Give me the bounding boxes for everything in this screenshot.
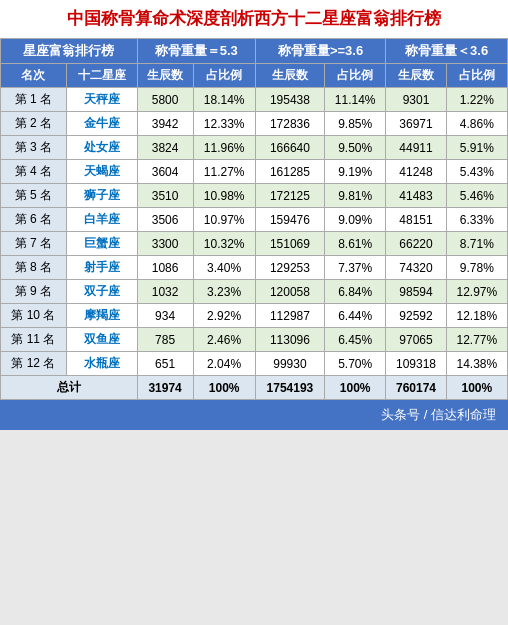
subheader-pct1: 占比例 <box>193 64 255 88</box>
table-row: 第 9 名双子座10323.23%1200586.84%9859412.97% <box>1 280 508 304</box>
rank-cell: 第 1 名 <box>1 88 67 112</box>
birth1-cell: 1086 <box>137 256 193 280</box>
table-row: 第 4 名天蝎座360411.27%1612859.19%412485.43% <box>1 160 508 184</box>
pct3-cell: 12.97% <box>446 280 507 304</box>
subheader-birth1: 生辰数 <box>137 64 193 88</box>
birth2-cell: 113096 <box>255 328 324 352</box>
table-row: 第 7 名巨蟹座330010.32%1510698.61%662208.71% <box>1 232 508 256</box>
pct2-cell: 6.84% <box>325 280 386 304</box>
birth3-cell: 44911 <box>386 136 446 160</box>
birth2-cell: 172125 <box>255 184 324 208</box>
birth3-cell: 74320 <box>386 256 446 280</box>
pct2-cell: 9.19% <box>325 160 386 184</box>
birth3-cell: 98594 <box>386 280 446 304</box>
pct1-cell: 2.92% <box>193 304 255 328</box>
birth2-cell: 151069 <box>255 232 324 256</box>
pct1-cell: 10.98% <box>193 184 255 208</box>
birth1-cell: 1032 <box>137 280 193 304</box>
birth2-cell: 172836 <box>255 112 324 136</box>
birth1-cell: 3604 <box>137 160 193 184</box>
ranking-table: 星座富翁排行榜 称骨重量＝5.3 称骨重量>=3.6 称骨重量＜3.6 名次 十… <box>0 38 508 400</box>
pct3-cell: 12.18% <box>446 304 507 328</box>
birth1-cell: 3942 <box>137 112 193 136</box>
birth1-cell: 651 <box>137 352 193 376</box>
pct2-cell: 6.44% <box>325 304 386 328</box>
zodiac-cell: 双子座 <box>66 280 137 304</box>
birth2-cell: 161285 <box>255 160 324 184</box>
pct3-cell: 1.22% <box>446 88 507 112</box>
total-label: 总计 <box>1 376 138 400</box>
pct3-cell: 8.71% <box>446 232 507 256</box>
table-row: 第 6 名白羊座350610.97%1594769.09%481516.33% <box>1 208 508 232</box>
birth2-cell: 166640 <box>255 136 324 160</box>
zodiac-cell: 双鱼座 <box>66 328 137 352</box>
total-b1: 31974 <box>137 376 193 400</box>
birth3-cell: 109318 <box>386 352 446 376</box>
pct2-cell: 9.09% <box>325 208 386 232</box>
rank-cell: 第 9 名 <box>1 280 67 304</box>
pct1-cell: 10.97% <box>193 208 255 232</box>
pct3-cell: 5.91% <box>446 136 507 160</box>
birth2-cell: 112987 <box>255 304 324 328</box>
pct3-cell: 9.78% <box>446 256 507 280</box>
pct1-cell: 3.40% <box>193 256 255 280</box>
table-row: 第 10 名摩羯座9342.92%1129876.44%9259212.18% <box>1 304 508 328</box>
pct1-cell: 3.23% <box>193 280 255 304</box>
birth3-cell: 41483 <box>386 184 446 208</box>
pct2-cell: 7.37% <box>325 256 386 280</box>
total-row: 总计 31974 100% 1754193 100% 760174 100% <box>1 376 508 400</box>
header-col4: 称骨重量＜3.6 <box>386 39 508 64</box>
header-top-row: 星座富翁排行榜 称骨重量＝5.3 称骨重量>=3.6 称骨重量＜3.6 <box>1 39 508 64</box>
birth1-cell: 5800 <box>137 88 193 112</box>
zodiac-cell: 金牛座 <box>66 112 137 136</box>
pct1-cell: 10.32% <box>193 232 255 256</box>
birth1-cell: 934 <box>137 304 193 328</box>
table-body: 第 1 名天秤座580018.14%19543811.14%93011.22%第… <box>1 88 508 376</box>
rank-cell: 第 10 名 <box>1 304 67 328</box>
header-col3: 称骨重量>=3.6 <box>255 39 386 64</box>
pct3-cell: 14.38% <box>446 352 507 376</box>
rank-cell: 第 12 名 <box>1 352 67 376</box>
birth2-cell: 159476 <box>255 208 324 232</box>
pct2-cell: 11.14% <box>325 88 386 112</box>
pct3-cell: 4.86% <box>446 112 507 136</box>
birth3-cell: 41248 <box>386 160 446 184</box>
birth3-cell: 92592 <box>386 304 446 328</box>
pct3-cell: 5.43% <box>446 160 507 184</box>
birth1-cell: 3510 <box>137 184 193 208</box>
birth2-cell: 120058 <box>255 280 324 304</box>
pct2-cell: 8.61% <box>325 232 386 256</box>
birth3-cell: 9301 <box>386 88 446 112</box>
birth3-cell: 97065 <box>386 328 446 352</box>
total-p2: 100% <box>325 376 386 400</box>
zodiac-cell: 白羊座 <box>66 208 137 232</box>
zodiac-cell: 处女座 <box>66 136 137 160</box>
subheader-birth2: 生辰数 <box>255 64 324 88</box>
rank-cell: 第 7 名 <box>1 232 67 256</box>
footer: 头条号 / 信达利命理 <box>0 400 508 430</box>
subheader-zodiac: 十二星座 <box>66 64 137 88</box>
rank-cell: 第 6 名 <box>1 208 67 232</box>
rank-cell: 第 3 名 <box>1 136 67 160</box>
pct1-cell: 2.46% <box>193 328 255 352</box>
table-row: 第 8 名射手座10863.40%1292537.37%743209.78% <box>1 256 508 280</box>
birth2-cell: 195438 <box>255 88 324 112</box>
birth1-cell: 3824 <box>137 136 193 160</box>
zodiac-cell: 狮子座 <box>66 184 137 208</box>
header-col2: 称骨重量＝5.3 <box>137 39 255 64</box>
rank-cell: 第 4 名 <box>1 160 67 184</box>
pct3-cell: 6.33% <box>446 208 507 232</box>
total-p3: 100% <box>446 376 507 400</box>
header-col1: 星座富翁排行榜 <box>1 39 138 64</box>
zodiac-cell: 巨蟹座 <box>66 232 137 256</box>
subheader-rank: 名次 <box>1 64 67 88</box>
header-sub-row: 名次 十二星座 生辰数 占比例 生辰数 占比例 生辰数 占比例 <box>1 64 508 88</box>
pct1-cell: 12.33% <box>193 112 255 136</box>
birth1-cell: 3506 <box>137 208 193 232</box>
pct1-cell: 11.96% <box>193 136 255 160</box>
pct3-cell: 5.46% <box>446 184 507 208</box>
zodiac-cell: 水瓶座 <box>66 352 137 376</box>
birth1-cell: 785 <box>137 328 193 352</box>
pct2-cell: 9.81% <box>325 184 386 208</box>
table-row: 第 3 名处女座382411.96%1666409.50%449115.91% <box>1 136 508 160</box>
